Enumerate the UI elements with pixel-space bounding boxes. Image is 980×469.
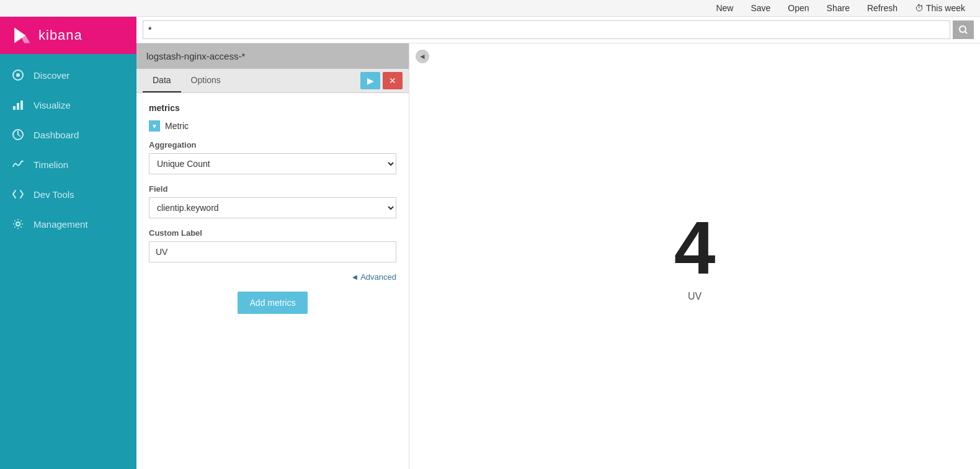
- index-header: logstash-nginx-access-*: [136, 43, 409, 69]
- metrics-section-title: metrics: [149, 103, 396, 113]
- discover-icon: [11, 68, 25, 82]
- visualization-area: 4 UV: [416, 50, 974, 463]
- kibana-logo-icon: [10, 24, 32, 47]
- refresh-action[interactable]: Refresh: [858, 0, 906, 17]
- aggregation-select[interactable]: Unique Count Count Average Sum Min Max S…: [149, 153, 396, 174]
- svg-point-10: [960, 26, 966, 32]
- search-icon: [959, 25, 968, 34]
- search-button[interactable]: [953, 20, 974, 39]
- sidebar-logo-text: kibana: [38, 27, 82, 43]
- sidebar-item-discover[interactable]: Discover: [0, 60, 136, 90]
- metric-header: ▼ Metric: [149, 120, 396, 132]
- aggregation-group: Aggregation Unique Count Count Average S…: [149, 140, 396, 174]
- field-select[interactable]: clientip.keyword request.keyword agent.k…: [149, 197, 396, 218]
- custom-label-label: Custom Label: [149, 228, 396, 238]
- field-group: Field clientip.keyword request.keyword a…: [149, 184, 396, 218]
- play-button[interactable]: ▶: [360, 72, 380, 89]
- sidebar-logo: kibana: [0, 17, 136, 54]
- aggregation-label: Aggregation: [149, 140, 396, 150]
- close-button[interactable]: ✕: [383, 72, 403, 89]
- metric-toggle[interactable]: ▼: [149, 120, 160, 132]
- custom-label-input[interactable]: [149, 241, 396, 262]
- panel-layout: logstash-nginx-access-* Data Options ▶ ✕…: [136, 43, 980, 469]
- save-action[interactable]: Save: [742, 0, 779, 17]
- share-action[interactable]: Share: [818, 0, 858, 17]
- add-metrics-button[interactable]: Add metrics: [238, 292, 308, 314]
- sidebar-item-devtools[interactable]: Dev Tools: [0, 179, 136, 209]
- custom-label-group: Custom Label: [149, 228, 396, 262]
- collapse-button[interactable]: ◄: [416, 50, 429, 63]
- new-action[interactable]: New: [707, 0, 742, 17]
- visualize-icon: [11, 98, 25, 112]
- viz-number: 4: [674, 210, 716, 285]
- devtools-icon: [11, 187, 25, 201]
- metric-label: Metric: [165, 121, 189, 131]
- svg-rect-5: [13, 106, 16, 110]
- management-icon: [11, 217, 25, 231]
- tab-data[interactable]: Data: [143, 69, 181, 92]
- svg-point-9: [16, 222, 20, 226]
- sidebar-nav: Discover Visualize Dashboard Timelion: [0, 54, 136, 239]
- svg-line-11: [965, 32, 967, 34]
- svg-rect-7: [20, 100, 23, 110]
- clock-icon: ⏱: [915, 0, 924, 17]
- field-label: Field: [149, 184, 396, 194]
- viz-label: UV: [688, 291, 702, 302]
- dashboard-icon: [11, 128, 25, 141]
- open-action[interactable]: Open: [779, 0, 817, 17]
- search-row: [136, 17, 980, 43]
- panel-content: metrics ▼ Metric Aggregation Unique Coun…: [136, 93, 409, 324]
- svg-rect-6: [17, 103, 19, 110]
- sidebar-item-visualize[interactable]: Visualize: [0, 90, 136, 120]
- right-panel: ◄ 4 UV: [409, 43, 980, 469]
- search-input[interactable]: [143, 20, 950, 39]
- main-layout: kibana Discover Visualize Dashboard: [0, 17, 980, 469]
- content-area: logstash-nginx-access-* Data Options ▶ ✕…: [136, 17, 980, 469]
- sidebar: kibana Discover Visualize Dashboard: [0, 17, 136, 469]
- sidebar-item-dashboard[interactable]: Dashboard: [0, 120, 136, 150]
- action-bar: New Save Open Share Refresh ⏱ This week: [0, 0, 980, 17]
- tab-actions: ▶ ✕: [360, 72, 403, 89]
- tab-options[interactable]: Options: [181, 69, 231, 92]
- sidebar-item-timelion[interactable]: Timelion: [0, 150, 136, 179]
- advanced-link[interactable]: Advanced: [149, 272, 396, 282]
- timelion-icon: [11, 158, 25, 171]
- left-panel: logstash-nginx-access-* Data Options ▶ ✕…: [136, 43, 409, 469]
- time-filter[interactable]: ⏱ This week: [906, 0, 974, 17]
- sidebar-item-management[interactable]: Management: [0, 209, 136, 239]
- tabs-row: Data Options ▶ ✕: [136, 69, 409, 93]
- svg-point-4: [16, 73, 20, 77]
